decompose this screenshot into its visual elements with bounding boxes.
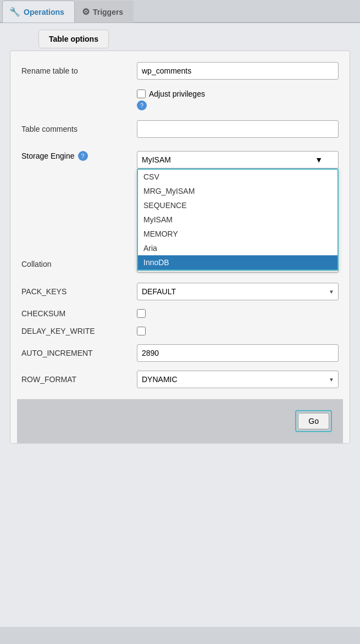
checksum-checkbox[interactable] (137, 309, 146, 318)
delay-key-write-checkbox[interactable] (137, 327, 146, 335)
dropdown-item-aria[interactable]: Aria (138, 241, 337, 255)
auto-increment-input[interactable] (137, 344, 339, 362)
dropdown-item-memory[interactable]: MEMORY (138, 227, 337, 241)
table-comments-row: Table comments (21, 120, 339, 138)
delay-key-write-row: DELAY_KEY_WRITE (21, 327, 339, 335)
row-format-label: ROW_FORMAT (21, 375, 137, 384)
triggers-icon: ⚙ (82, 7, 90, 17)
storage-engine-arrow: ▼ (315, 155, 323, 164)
rename-input[interactable] (137, 62, 339, 80)
dropdown-item-myisam[interactable]: MyISAM (138, 212, 337, 227)
collation-label: Collation (21, 260, 137, 268)
rename-row: Rename table to (21, 62, 339, 80)
storage-engine-label: Storage Engine (21, 152, 75, 160)
storage-engine-trigger[interactable]: MyISAM ▼ (137, 151, 339, 169)
dropdown-item-innodb[interactable]: InnoDB (138, 255, 337, 270)
auto-increment-label: AUTO_INCREMENT (21, 349, 137, 357)
form-card: Rename table to Adjust privileges ? Tabl… (10, 51, 350, 444)
go-button[interactable]: Go (298, 413, 329, 429)
go-button-wrapper: Go (295, 410, 332, 432)
auto-increment-row: AUTO_INCREMENT (21, 344, 339, 362)
help-icon-row: ? (137, 100, 339, 110)
checksum-label: CHECKSUM (21, 309, 137, 318)
table-options-header: Table options (38, 30, 109, 48)
storage-engine-row: Storage Engine ? MyISAM ▼ CSV MRG_MyISAM… (21, 148, 339, 169)
dropdown-item-mrg[interactable]: MRG_MyISAM (138, 184, 337, 198)
tab-bar: 🔧 Operations ⚙ Triggers (0, 0, 360, 23)
storage-engine-current: MyISAM (142, 155, 171, 164)
pack-keys-row: PACK_KEYS DEFAULT 0 1 ▼ (21, 283, 339, 300)
storage-engine-dropdown[interactable]: MyISAM ▼ CSV MRG_MyISAM SEQUENCE MyISAM … (137, 151, 339, 169)
pack-keys-select-wrapper: DEFAULT 0 1 ▼ (137, 283, 339, 300)
rename-label: Rename table to (21, 66, 137, 75)
storage-engine-label-group: Storage Engine ? (21, 151, 137, 161)
row-format-select-wrapper: DEFAULT DYNAMIC FIXED COMPRESSED REDUNDA… (137, 371, 339, 388)
row-format-select[interactable]: DEFAULT DYNAMIC FIXED COMPRESSED REDUNDA… (137, 371, 339, 388)
table-comments-input[interactable] (137, 120, 339, 138)
storage-engine-dropdown-list: CSV MRG_MyISAM SEQUENCE MyISAM MEMORY Ar… (137, 169, 339, 271)
tab-triggers[interactable]: ⚙ Triggers (75, 1, 134, 23)
pack-keys-label: PACK_KEYS (21, 287, 137, 296)
adjust-privileges-checkbox[interactable] (137, 89, 146, 98)
tab-operations-label: Operations (24, 8, 64, 16)
tab-operations[interactable]: 🔧 Operations (2, 1, 75, 23)
main-content: Table options Rename table to Adjust pri… (0, 23, 360, 627)
adjust-privileges-label: Adjust privileges (149, 89, 205, 98)
checksum-row: CHECKSUM (21, 309, 339, 318)
go-button-area: Go (17, 399, 343, 443)
pack-keys-select[interactable]: DEFAULT 0 1 (137, 283, 339, 300)
dropdown-item-csv[interactable]: CSV (138, 170, 337, 184)
help-icon[interactable]: ? (137, 100, 147, 110)
row-format-row: ROW_FORMAT DEFAULT DYNAMIC FIXED COMPRES… (21, 371, 339, 388)
dropdown-item-sequence[interactable]: SEQUENCE (138, 198, 337, 212)
operations-icon: 🔧 (9, 7, 20, 17)
table-comments-label: Table comments (21, 125, 137, 133)
delay-key-write-label: DELAY_KEY_WRITE (21, 327, 137, 335)
adjust-privileges-row: Adjust privileges (137, 89, 339, 98)
storage-engine-help-icon[interactable]: ? (78, 151, 88, 161)
tab-triggers-label: Triggers (93, 8, 123, 16)
